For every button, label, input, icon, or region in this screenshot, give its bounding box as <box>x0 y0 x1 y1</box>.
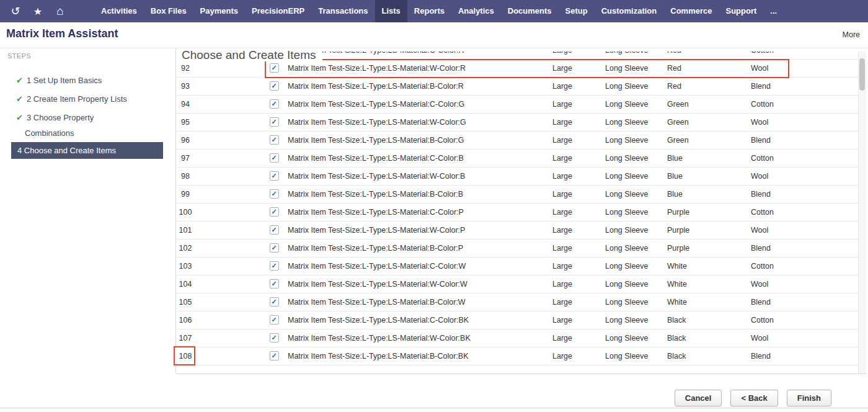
history-icon[interactable]: ↺ <box>6 4 25 18</box>
table-row: 98✓Matrix Item Test-Size:L-Type:LS-Mater… <box>176 168 858 186</box>
size-cell: Large <box>549 222 604 239</box>
step-item[interactable]: ✔2 Create Item Property Lists <box>0 89 175 108</box>
item-name-cell: Matrix Item Test-Size:L-Type:LS-Material… <box>285 186 549 203</box>
color-cell: Blue <box>666 150 750 167</box>
nav-item-support[interactable]: Support <box>719 0 763 22</box>
step-item[interactable]: ✔1 Set Up Item Basics <box>0 71 175 89</box>
type-cell: Long Sleeve <box>604 347 666 365</box>
row-number: 97 <box>176 150 195 167</box>
row-checkbox-cell: ✓ <box>263 275 285 293</box>
nav-item-lists[interactable]: Lists <box>375 0 407 22</box>
size-cell: Large <box>549 204 604 221</box>
checkbox-icon[interactable]: ✓ <box>270 279 279 289</box>
steps-list: ✔1 Set Up Item Basics✔2 Create Item Prop… <box>0 71 175 159</box>
row-spacer <box>195 132 263 149</box>
row-number: 100 <box>176 204 195 221</box>
checkbox-icon[interactable]: ✓ <box>270 63 279 73</box>
color-cell: Purple <box>666 222 750 239</box>
row-number: 103 <box>176 258 195 275</box>
checkbox-icon[interactable]: ✓ <box>270 117 279 127</box>
home-icon[interactable]: ⌂ <box>51 4 69 18</box>
nav-item-box-files[interactable]: Box Files <box>144 0 193 22</box>
nav-item-activities[interactable]: Activities <box>94 0 144 22</box>
star-icon[interactable]: ★ <box>29 6 47 17</box>
step-label: 1 Set Up Item Basics <box>27 76 102 85</box>
color-cell: White <box>666 258 750 275</box>
type-cell: Long Sleeve <box>604 186 666 203</box>
color-cell: Black <box>666 311 750 329</box>
row-number: 94 <box>176 96 195 113</box>
row-spacer <box>195 293 263 311</box>
type-cell: Long Sleeve <box>604 275 666 293</box>
item-name-cell: Matrix Item Test-Size:L-Type:LS-Material… <box>285 114 549 131</box>
nav-item-reports[interactable]: Reports <box>407 0 451 22</box>
back-button[interactable]: < Back <box>730 390 777 406</box>
check-icon: ✔ <box>16 76 23 85</box>
row-spacer <box>195 311 263 329</box>
row-checkbox-cell: ✓ <box>263 204 285 221</box>
size-cell: Large <box>549 60 604 77</box>
row-checkbox-cell: ✓ <box>263 78 285 95</box>
checkbox-icon[interactable]: ✓ <box>270 81 279 91</box>
nav-item-commerce[interactable]: Commerce <box>663 0 719 22</box>
checkbox-icon[interactable]: ✓ <box>270 153 279 163</box>
step-item[interactable]: ✔3 Choose Property <box>0 108 175 127</box>
checkbox-icon[interactable]: ✓ <box>270 261 279 271</box>
nav-menu: ActivitiesBox FilesPaymentsPrecisionERPT… <box>94 0 784 22</box>
nav-item-payments[interactable]: Payments <box>193 0 245 22</box>
type-cell: Long Sleeve <box>604 258 666 275</box>
material-cell: Wool <box>750 329 858 347</box>
table-row: 104✓Matrix Item Test-Size:L-Type:LS-Mate… <box>176 275 858 293</box>
checkbox-icon[interactable]: ✓ <box>270 225 279 235</box>
step-item-continued[interactable]: Combinations <box>0 127 175 141</box>
nav-item-documents[interactable]: Documents <box>501 0 559 22</box>
checkbox-icon[interactable]: ✓ <box>270 333 279 343</box>
row-number: 101 <box>176 222 195 239</box>
checkbox-icon[interactable]: ✓ <box>270 315 279 325</box>
size-cell: Large <box>549 168 604 185</box>
step-item-active[interactable]: 4 Choose and Create Items <box>11 142 163 159</box>
checkbox-icon[interactable]: ✓ <box>270 243 279 253</box>
table-scrollbar-thumb[interactable] <box>859 58 865 91</box>
row-number: 102 <box>176 240 195 257</box>
row-spacer <box>195 168 263 185</box>
material-cell: Cotton <box>750 258 858 275</box>
type-cell: Long Sleeve <box>604 52 666 59</box>
table-bottom-divider <box>176 374 867 374</box>
type-cell: Long Sleeve <box>604 311 666 329</box>
nav-item-transactions[interactable]: Transactions <box>311 0 374 22</box>
material-cell: Wool <box>750 275 858 293</box>
table-body: 92✓Matrix Item Test-Size:L-Type:LS-Mater… <box>176 60 858 365</box>
row-number: 106 <box>176 311 195 329</box>
row-number: 105 <box>176 293 195 311</box>
color-cell: White <box>666 293 750 311</box>
checkbox-icon[interactable]: ✓ <box>270 135 279 145</box>
nav-item--[interactable]: ... <box>763 0 784 22</box>
checkbox-icon[interactable]: ✓ <box>270 351 279 361</box>
nav-item-setup[interactable]: Setup <box>559 0 595 22</box>
row-checkbox-cell: ✓ <box>263 150 285 167</box>
checkbox-icon[interactable]: ✓ <box>270 99 279 109</box>
material-cell: Wool <box>750 168 858 185</box>
size-cell: Large <box>549 311 604 329</box>
type-cell: Long Sleeve <box>604 293 666 311</box>
size-cell: Large <box>549 293 604 311</box>
size-cell: Large <box>549 52 604 59</box>
cancel-button[interactable]: Cancel <box>675 390 722 406</box>
checkbox-icon[interactable]: ✓ <box>270 189 279 199</box>
size-cell: Large <box>549 78 604 95</box>
top-nav: ↺★⌂ ActivitiesBox FilesPaymentsPrecision… <box>0 0 868 22</box>
row-number: 108 <box>176 347 195 365</box>
row-spacer <box>195 78 263 95</box>
nav-item-customization[interactable]: Customization <box>595 0 664 22</box>
checkbox-icon[interactable]: ✓ <box>270 297 279 307</box>
nav-item-precisionerp[interactable]: PrecisionERP <box>245 0 311 22</box>
checkbox-icon[interactable]: ✓ <box>270 171 279 181</box>
checkbox-icon[interactable]: ✓ <box>270 207 279 217</box>
material-cell: Wool <box>750 222 858 239</box>
nav-item-analytics[interactable]: Analytics <box>451 0 501 22</box>
finish-button[interactable]: Finish <box>787 390 831 406</box>
page-bottom-divider <box>0 408 868 408</box>
more-link[interactable]: More <box>843 30 860 39</box>
table-scrollbar-track[interactable] <box>858 52 866 374</box>
